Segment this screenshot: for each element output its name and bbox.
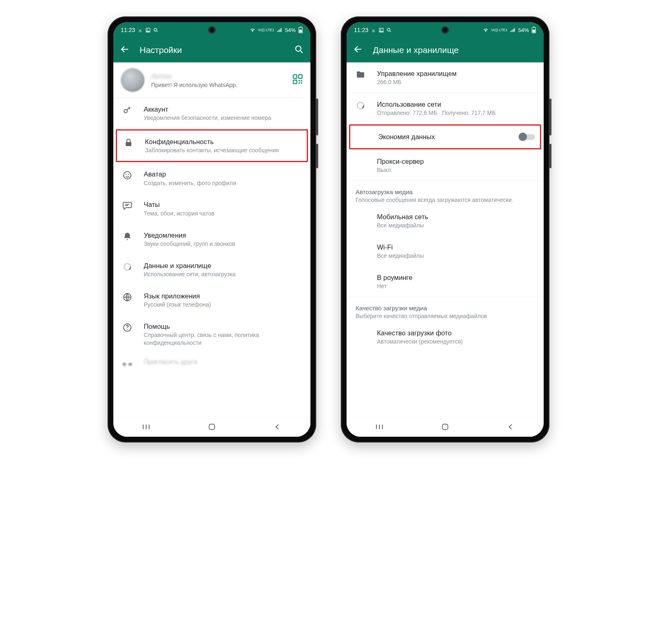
signal-icon xyxy=(510,27,516,33)
svg-point-18 xyxy=(128,174,129,175)
item-title: Конфиденциальность xyxy=(145,137,302,146)
people-icon: ● ● xyxy=(122,359,132,369)
svg-point-23 xyxy=(127,329,128,330)
settings-item-help[interactable]: Помощь Справочный центр, связь с нами, п… xyxy=(113,315,310,353)
settings-item-language[interactable]: Язык приложения Русский (язык телефона) xyxy=(113,285,310,315)
item-title: Качество загрузки фото xyxy=(377,328,536,337)
network-label: Vo)) LTE1 xyxy=(258,28,274,32)
item-sub: Все медиафайлы xyxy=(377,252,536,260)
auto-wifi-item[interactable]: Wi-Fi Все медиафайлы xyxy=(347,236,544,266)
settings-list: Антон Привет! Я использую WhatsApp. Акка… xyxy=(113,62,310,417)
folder-icon xyxy=(356,70,365,80)
qr-code-button[interactable] xyxy=(292,74,303,86)
section-note: Голосовые сообщения всегда загружаются а… xyxy=(356,196,536,204)
svg-point-1 xyxy=(147,29,148,30)
data-saver-toggle[interactable] xyxy=(519,132,535,141)
photo-quality-item[interactable]: Качество загрузки фото Автоматически (ре… xyxy=(347,322,544,352)
svg-rect-13 xyxy=(301,83,302,84)
svg-rect-9 xyxy=(293,80,297,84)
key-icon xyxy=(122,105,132,115)
globe-icon xyxy=(122,292,132,302)
nav-home-button[interactable] xyxy=(433,422,457,432)
face-icon xyxy=(122,170,132,180)
data-saver-item[interactable]: Экономия данных xyxy=(350,126,540,148)
item-sub: Русский (язык телефона) xyxy=(144,301,303,309)
item-title: Экономия данных xyxy=(378,132,507,141)
item-sub: Все медиафайлы xyxy=(377,222,536,229)
svg-point-6 xyxy=(296,46,301,51)
svg-rect-30 xyxy=(533,30,535,32)
item-title: Использование сети xyxy=(377,100,536,109)
svg-rect-4 xyxy=(300,27,301,28)
data-usage-icon xyxy=(122,262,132,272)
settings-item-notifications[interactable]: Уведомления Звуки сообщений, групп и зво… xyxy=(113,224,310,254)
app-bar: Данные и хранилище xyxy=(347,38,544,62)
highlight-privacy: Конфиденциальность Заблокировать контакт… xyxy=(116,129,308,162)
item-sub: Нет xyxy=(377,282,536,290)
page-title: Данные и хранилище xyxy=(373,45,537,55)
svg-rect-33 xyxy=(442,424,448,429)
app-bar: Настройки xyxy=(113,38,310,62)
settings-item-storage[interactable]: Данные и хранилище Использование сети, а… xyxy=(113,254,310,285)
svg-rect-11 xyxy=(301,80,302,81)
status-time: 11:23 xyxy=(121,27,135,33)
svg-rect-24 xyxy=(209,424,214,429)
wifi-icon xyxy=(483,27,489,33)
profile-name: Антон xyxy=(151,72,286,81)
image-icon xyxy=(145,28,151,33)
auto-roaming-item[interactable]: В роуминге Нет xyxy=(347,266,544,297)
auto-cellular-item[interactable]: Мобильная сеть Все медиафайлы xyxy=(347,206,544,236)
section-note: Выберите качество отправляемых медиафайл… xyxy=(356,312,536,320)
phone-frame-left: 11:23 Vo)) LTE1 54% Настройки xyxy=(108,16,316,442)
download-icon xyxy=(371,28,376,33)
item-sub: Использование сети, автозагрузка xyxy=(144,270,303,278)
battery-icon xyxy=(531,27,536,33)
section-upload-quality: Качество загрузки медиа Выберите качеств… xyxy=(347,297,544,322)
settings-item-chats[interactable]: Чаты Тема, обои, история чатов xyxy=(113,193,310,224)
camera-hole xyxy=(441,26,449,34)
settings-item-account[interactable]: Аккаунт Уведомления безопасности, измене… xyxy=(113,98,310,128)
volume-button xyxy=(549,99,551,135)
item-sub: Отправлено: 772,6 МБ · Получено: 717,7 М… xyxy=(377,109,536,117)
help-icon xyxy=(122,323,132,332)
battery-text: 54% xyxy=(285,27,296,33)
item-title: Данные и хранилище xyxy=(144,261,303,270)
profile-row[interactable]: Антон Привет! Я использую WhatsApp. xyxy=(113,62,310,98)
nav-recent-button[interactable] xyxy=(134,422,159,432)
back-button[interactable] xyxy=(120,44,130,56)
svg-point-16 xyxy=(124,172,131,179)
svg-point-27 xyxy=(387,28,390,31)
proxy-item[interactable]: Прокси-сервер Выкл. xyxy=(347,150,544,181)
section-title: Автозагрузка медиа xyxy=(356,188,536,195)
settings-item-avatar[interactable]: Аватар Создать, изменить, фото профиля xyxy=(113,163,310,193)
item-title: Язык приложения xyxy=(144,291,303,300)
item-sub: Заблокировать контакты, исчезающие сообщ… xyxy=(145,147,302,154)
search-button[interactable] xyxy=(294,44,304,56)
nav-home-button[interactable] xyxy=(200,422,224,432)
item-sub: Создать, изменить, фото профиля xyxy=(144,179,303,187)
svg-point-26 xyxy=(380,29,381,30)
screen-right: 11:23 Vo)) LTE1 54% Данные и хранилище xyxy=(347,22,544,437)
settings-item-invite-cut: ● ● Пригласить друга xyxy=(113,353,310,369)
svg-rect-8 xyxy=(299,75,302,78)
section-auto-download: Автозагрузка медиа Голосовые сообщения в… xyxy=(347,181,544,206)
battery-text: 54% xyxy=(518,27,529,33)
nav-recent-button[interactable] xyxy=(367,422,392,432)
storage-manage-item[interactable]: Управление хранилищем 266,0 МБ xyxy=(347,62,544,93)
android-nav-bar xyxy=(347,417,544,437)
status-time: 11:23 xyxy=(354,27,368,33)
android-nav-bar xyxy=(113,417,310,437)
network-usage-item[interactable]: Использование сети Отправлено: 772,6 МБ … xyxy=(347,93,544,124)
download-icon xyxy=(138,28,143,33)
item-sub: Автоматически (рекомендуется) xyxy=(377,338,536,346)
settings-item-privacy[interactable]: Конфиденциальность Заблокировать контакт… xyxy=(117,131,307,161)
svg-point-17 xyxy=(126,174,127,175)
nav-back-button[interactable] xyxy=(498,422,523,432)
back-button[interactable] xyxy=(353,44,363,56)
item-title: Помощь xyxy=(144,322,303,331)
power-button xyxy=(316,144,318,168)
nav-back-button[interactable] xyxy=(265,422,290,432)
svg-point-14 xyxy=(124,110,127,113)
chat-icon xyxy=(122,201,132,211)
storage-list: Управление хранилищем 266,0 МБ Использов… xyxy=(347,62,544,417)
